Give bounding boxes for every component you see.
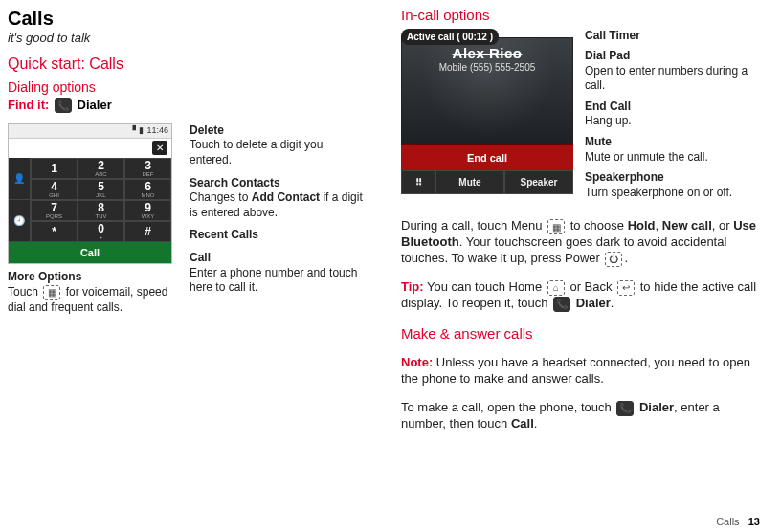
menu-icon: ▦	[547, 219, 565, 234]
key-2[interactable]: 2ABC	[78, 158, 124, 179]
recent-tab-icon[interactable]: 🕘	[9, 200, 30, 242]
callout-recent-calls: Recent Calls	[190, 228, 367, 243]
callout-mute: MuteMute or unmute the call.	[585, 135, 760, 165]
phone-icon: 📞	[55, 98, 72, 113]
phone-icon: 📞	[553, 297, 570, 312]
find-it-line: Find it: 📞 Dialer	[8, 98, 367, 114]
page-footer: Calls 13	[716, 515, 760, 528]
call-button[interactable]: Call	[9, 242, 171, 263]
mute-button[interactable]: Mute	[435, 170, 504, 194]
quick-start-heading: Quick start: Calls	[8, 55, 367, 75]
callout-speakerphone: SpeakerphoneTurn speakerphone on or off.	[585, 170, 760, 200]
make-answer-heading: Make & answer calls	[401, 324, 760, 344]
note-paragraph: Note: Unless you have a headset connecte…	[401, 355, 760, 388]
page-title: Calls	[8, 6, 367, 31]
speaker-button[interactable]: Speaker	[504, 170, 573, 194]
incall-options-heading: In-call options	[401, 6, 760, 25]
key-6[interactable]: 6MNO	[124, 179, 171, 200]
dialpad-button[interactable]: ⠿	[401, 170, 435, 194]
key-4[interactable]: 4GHI	[31, 179, 78, 200]
menu-icon: ▦	[43, 285, 60, 300]
call-timer-pill: Active call ( 00:12 )	[401, 29, 499, 45]
key-5[interactable]: 5JKL	[78, 179, 124, 200]
power-icon: ⏻	[605, 252, 622, 267]
find-it-label: Find it:	[8, 98, 49, 112]
callout-dial-pad: Dial PadOpen to enter numbers during a c…	[585, 49, 760, 94]
number-field[interactable]: ✕	[9, 139, 171, 158]
key-1[interactable]: 1	[31, 158, 78, 179]
key-9[interactable]: 9WXY	[124, 200, 171, 221]
contacts-tab-icon[interactable]: 👤	[9, 158, 30, 200]
key-hash[interactable]: #	[124, 221, 171, 242]
page-subtitle: it's good to talk	[8, 31, 367, 47]
make-call-paragraph: To make a call, open the phone, touch 📞 …	[401, 400, 760, 432]
battery-icon: ▮	[139, 125, 144, 137]
dialer-mock: ▝ ▮ 11:46 ✕ 👤 🕘	[8, 123, 172, 264]
key-7[interactable]: 7PQRS	[31, 200, 78, 221]
caller-photo: Alex Rico Mobile (555) 555-2505	[401, 37, 573, 144]
callout-end-call: End CallHang up.	[585, 100, 760, 129]
end-call-button[interactable]: End call	[401, 144, 573, 170]
key-3[interactable]: 3DEF	[124, 158, 171, 179]
tip-paragraph: Tip: You can touch Home ⌂ or Back ↩ to h…	[401, 279, 760, 312]
callout-search-contacts: Search Contacts Changes to Add Contact i…	[190, 176, 367, 221]
dialing-options-heading: Dialing options	[8, 78, 367, 96]
keypad[interactable]: 1 2ABC 3DEF 4GHI 5JKL 6MNO 7PQRS 8TUV 9W…	[31, 158, 171, 242]
status-bar: ▝ ▮ 11:46	[9, 124, 171, 139]
find-it-value: Dialer	[78, 98, 112, 112]
key-star[interactable]: *	[31, 221, 78, 242]
phone-icon: 📞	[616, 401, 634, 416]
home-icon: ⌂	[547, 280, 565, 296]
delete-icon[interactable]: ✕	[152, 141, 167, 155]
during-call-paragraph: During a call, touch Menu ▦ to choose Ho…	[401, 218, 760, 267]
more-options-callout: More Options Touch ▦ for voicemail, spee…	[8, 270, 180, 315]
clock-text: 11:46	[146, 125, 168, 137]
signal-icon: ▝	[129, 125, 136, 137]
key-0[interactable]: 0+	[78, 221, 124, 242]
callout-delete: Delete Touch to delete a digit you enter…	[190, 123, 367, 168]
callout-call: Call Enter a phone number and touch here…	[190, 251, 367, 296]
caller-name: Alex Rico	[402, 44, 572, 63]
more-options-title: More Options	[8, 270, 180, 285]
key-8[interactable]: 8TUV	[78, 200, 124, 221]
caller-number: Mobile (555) 555-2505	[402, 61, 572, 74]
back-icon: ↩	[617, 280, 635, 296]
callout-call-timer: Call Timer	[585, 29, 760, 44]
more-options-desc-a: Touch	[8, 285, 41, 299]
incall-mock: Active call ( 00:12 ) Alex Rico Mobile (…	[401, 29, 573, 194]
